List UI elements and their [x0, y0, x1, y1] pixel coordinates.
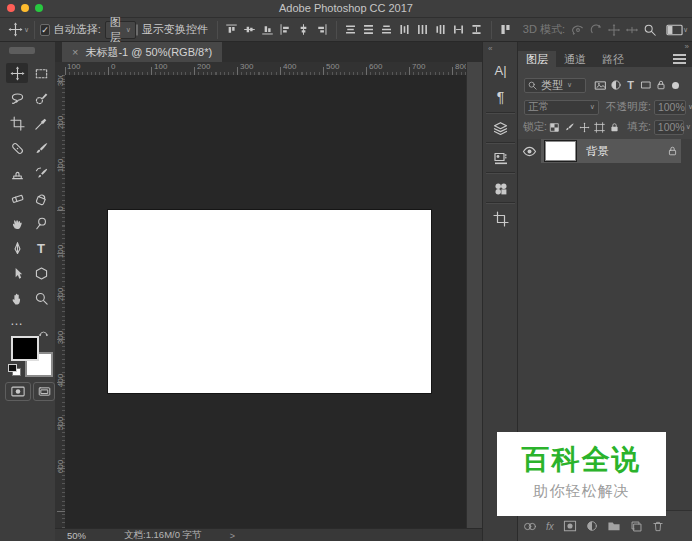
properties-panel-icon[interactable] [487, 208, 514, 229]
character-panel-icon[interactable]: A| [487, 60, 514, 81]
auto-select-checkbox[interactable]: ✓ [40, 24, 50, 36]
libraries-panel-icon[interactable] [487, 178, 514, 199]
edit-toolbar-button[interactable]: … [6, 310, 28, 330]
distribute-horizontal-centers-button[interactable] [414, 21, 432, 39]
tool-preset-chevron[interactable]: ∨ [24, 26, 29, 34]
close-traffic-light[interactable] [7, 4, 15, 12]
marquee-tool[interactable] [30, 63, 52, 83]
layer-visibility-toggle[interactable] [518, 145, 541, 158]
type-tool[interactable]: T [30, 238, 52, 258]
distribute-top-edges-button[interactable] [342, 21, 360, 39]
align-right-edges-button[interactable] [313, 21, 331, 39]
swap-colors-icon[interactable] [38, 330, 49, 341]
opacity-chevron[interactable]: ∨ [688, 103, 692, 111]
brush-tool[interactable] [30, 138, 52, 158]
status-expander-icon[interactable]: > [230, 531, 235, 541]
new-adjustment-layer-icon[interactable] [586, 520, 598, 532]
layer-style-fx-icon[interactable]: fx [546, 521, 554, 532]
lock-artboard-icon[interactable] [592, 122, 607, 133]
new-group-icon[interactable] [607, 520, 621, 532]
auto-select-target-dropdown[interactable]: 图层 ∨ [105, 21, 136, 39]
distribute-vertical-centers-button[interactable] [360, 21, 378, 39]
opacity-field[interactable]: 100% [654, 100, 686, 115]
isolate-layers-icon[interactable] [497, 21, 515, 39]
gradient-tool[interactable] [30, 188, 52, 208]
fill-chevron[interactable]: ∨ [686, 123, 691, 131]
search-icon[interactable] [641, 21, 659, 39]
filter-pixel-layers-icon[interactable] [593, 79, 608, 92]
align-horizontal-centers-button[interactable] [295, 21, 313, 39]
shape-tool[interactable] [30, 263, 52, 283]
info-panel-icon[interactable] [487, 148, 514, 169]
add-layer-mask-icon[interactable] [563, 520, 577, 532]
clone-stamp-tool[interactable] [6, 163, 28, 183]
filter-shape-layers-icon[interactable] [638, 79, 653, 91]
layer-thumbnail[interactable] [544, 140, 577, 162]
crop-tool[interactable] [6, 113, 28, 133]
document-canvas[interactable] [108, 210, 431, 393]
dodge-tool[interactable] [30, 213, 52, 233]
zoom-traffic-light[interactable] [35, 4, 43, 12]
delete-layer-icon[interactable] [652, 520, 664, 533]
tab-paths[interactable]: 路径 [594, 51, 632, 67]
horizontal-ruler[interactable]: 100 0 100 200 300 400 500 600 700 800 90… [65, 62, 482, 76]
link-layers-icon[interactable] [523, 521, 537, 532]
align-bottom-edges-button[interactable] [259, 21, 277, 39]
lock-all-icon[interactable] [607, 122, 622, 133]
layer-row-background[interactable]: 背景 [518, 139, 692, 163]
screen-mode-button[interactable] [33, 382, 55, 401]
tools-panel-grabber[interactable] [9, 47, 35, 54]
quick-mask-button[interactable] [5, 382, 31, 401]
path-selection-tool[interactable] [6, 263, 28, 283]
distribute-vertical-spacing-button[interactable] [468, 21, 486, 39]
lock-transparency-icon[interactable] [547, 122, 562, 133]
3d-roll-icon[interactable] [587, 21, 605, 39]
distribute-horizontal-spacing-button[interactable] [450, 21, 468, 39]
pen-tool[interactable] [6, 238, 28, 258]
blend-mode-dropdown[interactable]: 正常 ∨ [524, 100, 599, 115]
lock-position-icon[interactable] [577, 122, 592, 133]
history-brush-tool[interactable] [30, 163, 52, 183]
align-left-edges-button[interactable] [277, 21, 295, 39]
tab-layers[interactable]: 图层 [518, 51, 556, 67]
document-tab[interactable]: × 未标题-1 @ 50%(RGB/8*) [62, 42, 222, 62]
3d-orbit-icon[interactable] [569, 21, 587, 39]
vertical-scrollbar[interactable] [466, 62, 483, 528]
eyedropper-tool[interactable] [30, 113, 52, 133]
workspace-switcher-icon[interactable] [665, 21, 683, 39]
minimize-traffic-light[interactable] [21, 4, 29, 12]
new-layer-icon[interactable] [630, 520, 643, 533]
filter-adjustment-layers-icon[interactable] [608, 79, 623, 91]
distribute-left-edges-button[interactable] [396, 21, 414, 39]
hand-tool[interactable] [6, 288, 28, 308]
layer-comps-panel-icon[interactable] [487, 118, 514, 139]
show-transform-checkbox[interactable] [136, 24, 138, 36]
tab-close-icon[interactable]: × [72, 46, 78, 58]
zoom-tool[interactable] [30, 288, 52, 308]
layer-name[interactable]: 背景 [586, 144, 609, 159]
expand-dock-icon[interactable]: « [488, 44, 491, 53]
quick-selection-tool[interactable] [30, 88, 52, 108]
distribute-bottom-edges-button[interactable] [378, 21, 396, 39]
filter-toggle-indicator[interactable] [672, 82, 679, 89]
paragraph-panel-icon[interactable]: ¶ [487, 86, 514, 107]
lock-pixels-icon[interactable] [562, 122, 577, 133]
foreground-color-swatch[interactable] [11, 336, 39, 361]
zoom-level-field[interactable]: 50% [67, 530, 86, 541]
workspace-chevron[interactable]: ∨ [683, 26, 688, 34]
align-top-edges-button[interactable] [223, 21, 241, 39]
panel-menu-icon[interactable] [673, 54, 686, 64]
move-tool[interactable] [6, 63, 28, 83]
layer-filter-dropdown[interactable]: 类型 ∨ [524, 78, 586, 93]
align-vertical-centers-button[interactable] [241, 21, 259, 39]
tab-channels[interactable]: 通道 [556, 51, 594, 67]
fill-field[interactable]: 100% [654, 120, 684, 135]
smudge-tool[interactable] [6, 213, 28, 233]
3d-slide-icon[interactable] [623, 21, 641, 39]
lasso-tool[interactable] [6, 88, 28, 108]
canvas-area[interactable] [65, 75, 466, 528]
distribute-right-edges-button[interactable] [432, 21, 450, 39]
healing-brush-tool[interactable] [6, 138, 28, 158]
filter-smart-objects-icon[interactable] [653, 79, 668, 91]
filter-type-layers-icon[interactable]: T [623, 79, 638, 91]
